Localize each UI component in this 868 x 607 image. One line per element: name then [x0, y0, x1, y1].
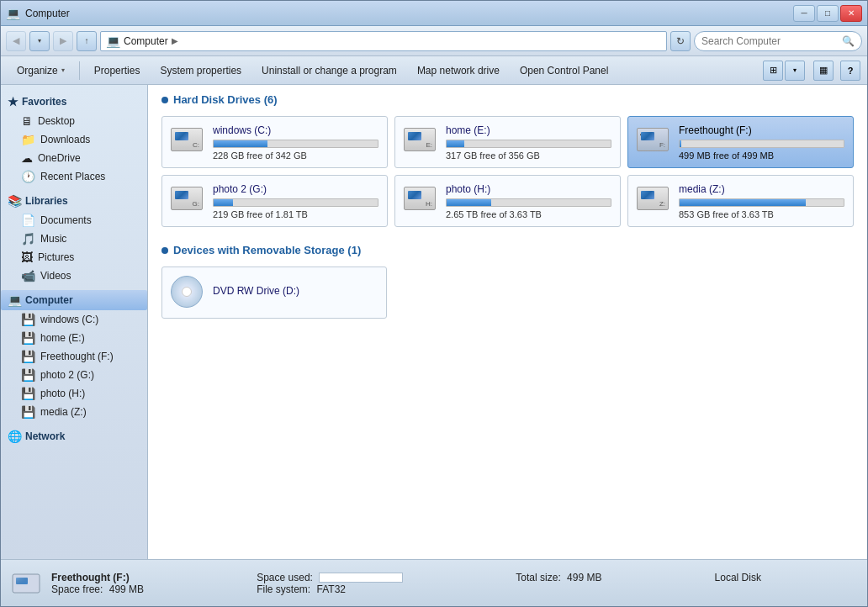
organize-button[interactable]: Organize ▾ — [8, 60, 74, 82]
address-path[interactable]: 💻 Computer ▶ — [100, 31, 667, 51]
drive-item-photo2-g[interactable]: G: photo 2 (G:) 219 GB free of 1.81 TB — [161, 175, 388, 227]
drive-item-media-z[interactable]: Z: media (Z:) 853 GB free of 3.63 TB — [627, 175, 854, 227]
forward-button[interactable]: ▶ — [53, 31, 73, 51]
status-filesystem-row: File system: FAT32 — [257, 583, 499, 595]
sidebar-item-media-z[interactable]: 💾 media (Z:) — [1, 403, 147, 421]
freethought-f-icon: 💾 — [21, 350, 35, 363]
sidebar-item-onedrive[interactable]: ☁ OneDrive — [1, 149, 147, 167]
drive-icon-media-z: Z: — [637, 187, 670, 215]
drive-item-freethought-f[interactable]: ✓ F: Freethought (F:) 499 MB free of 499… — [627, 116, 854, 168]
drive-info-freethought-f: Freethought (F:) 499 MB free of 499 MB — [679, 124, 844, 161]
drive-bar-photo2-g — [214, 199, 233, 206]
close-button[interactable]: ✕ — [840, 5, 862, 22]
map-network-button[interactable]: Map network drive — [408, 60, 509, 82]
drive-bar-freethought-f — [680, 140, 681, 147]
status-space-used-row: Space used: — [257, 572, 499, 583]
properties-button[interactable]: Properties — [85, 60, 150, 82]
view-icons: ⊞ ▾ ▦ ? — [763, 61, 860, 81]
dropdown-button[interactable]: ▾ — [29, 31, 50, 51]
sidebar-item-documents[interactable]: 📄 Documents — [1, 211, 147, 230]
drive-bar-container-freethought-f — [679, 140, 844, 148]
window-icon: 💻 — [6, 7, 20, 20]
status-space-free-row: Space free: 499 MB — [51, 583, 240, 595]
drive-free-photo-h: 2.65 TB free of 3.63 TB — [446, 209, 611, 219]
sidebar-item-freethought-f[interactable]: 💾 Freethought (F:) — [1, 347, 147, 366]
drive-bar-container-windows-c — [213, 140, 378, 148]
search-input[interactable] — [701, 35, 839, 47]
main-window: 💻 Computer ─ □ ✕ ◀ ▾ ▶ ↑ 💻 Computer ▶ ↻ … — [0, 0, 868, 607]
drives-grid: C: windows (C:) 228 GB free of 342 GB — [161, 116, 854, 227]
up-button[interactable]: ↑ — [77, 31, 97, 51]
network-header[interactable]: 🌐 Network — [1, 426, 147, 446]
drive-item-photo-h[interactable]: H: photo (H:) 2.65 TB free of 3.63 TB — [394, 175, 621, 227]
photo-h-icon: 💾 — [21, 387, 35, 400]
status-filesystem-value: FAT32 — [317, 583, 346, 595]
sidebar-item-downloads[interactable]: 📁 Downloads — [1, 130, 147, 149]
sidebar-item-windows-c[interactable]: 💾 windows (C:) — [1, 310, 147, 329]
drive-name-windows-c: windows (C:) — [213, 124, 378, 136]
status-bar: Freethought (F:) Space used: Total size:… — [1, 559, 867, 606]
organize-arrow: ▾ — [61, 66, 65, 74]
recent-places-icon: 🕐 — [21, 170, 35, 183]
favorites-section: ★ Favorites 🖥 Desktop 📁 Downloads ☁ OneD… — [1, 92, 147, 186]
minimize-button[interactable]: ─ — [793, 5, 815, 22]
computer-header[interactable]: 💻 Computer — [1, 290, 147, 310]
drive-icon-freethought-f: ✓ F: — [637, 128, 670, 156]
content-panel: Hard Disk Drives (6) C: windows (C:) — [148, 85, 867, 559]
view-toggle-button[interactable]: ⊞ — [763, 61, 783, 81]
drive-bar-media-z — [680, 199, 806, 206]
drive-bar-home-e — [447, 140, 464, 147]
drive-item-dvd-d[interactable]: DVD RW Drive (D:) — [161, 267, 387, 319]
removable-section-label: Devices with Removable Storage (1) — [161, 244, 854, 256]
sidebar-item-recent-places[interactable]: 🕐 Recent Places — [1, 167, 147, 186]
sidebar-item-videos[interactable]: 📹 Videos — [1, 267, 147, 285]
drive-info-windows-c: windows (C:) 228 GB free of 342 GB — [213, 124, 378, 161]
preview-pane-button[interactable]: ▦ — [813, 61, 834, 81]
drive-free-media-z: 853 GB free of 3.63 TB — [679, 209, 844, 219]
sidebar-item-photo-h[interactable]: 💾 photo (H:) — [1, 384, 147, 403]
computer-section-icon: 💻 — [8, 293, 22, 307]
drive-item-home-e[interactable]: E: home (E:) 317 GB free of 356 GB — [394, 116, 621, 168]
help-button[interactable]: ? — [840, 61, 860, 81]
drive-info-photo-h: photo (H:) 2.65 TB free of 3.63 TB — [446, 183, 611, 219]
path-root: Computer — [124, 35, 168, 47]
status-bar-visual — [319, 572, 403, 583]
windows-c-icon: 💾 — [21, 313, 35, 326]
favorites-header[interactable]: ★ Favorites — [1, 92, 147, 112]
sidebar-item-pictures[interactable]: 🖼 Pictures — [1, 248, 147, 267]
drive-icon-photo-h: H: — [404, 187, 437, 215]
sidebar-item-photo2-g[interactable]: 💾 photo 2 (G:) — [1, 366, 147, 384]
view-dropdown-button[interactable]: ▾ — [785, 61, 805, 81]
drive-item-windows-c[interactable]: C: windows (C:) 228 GB free of 342 GB — [161, 116, 388, 168]
computer-section: 💻 Computer 💾 windows (C:) 💾 home (E:) 💾 … — [1, 290, 147, 421]
system-properties-button[interactable]: System properties — [151, 60, 251, 82]
music-icon: 🎵 — [21, 232, 35, 245]
desktop-icon: 🖥 — [21, 114, 33, 128]
maximize-button[interactable]: □ — [817, 5, 839, 22]
sidebar-item-home-e[interactable]: 💾 home (E:) — [1, 329, 147, 347]
pictures-icon: 🖼 — [21, 251, 33, 264]
favorites-star-icon: ★ — [8, 95, 19, 108]
window-title: Computer — [25, 8, 70, 19]
libraries-header[interactable]: 📚 Libraries — [1, 191, 147, 211]
back-button[interactable]: ◀ — [6, 31, 26, 51]
drive-bar-container-photo2-g — [213, 198, 378, 207]
drive-info-dvd-d: DVD RW Drive (D:) — [213, 285, 378, 300]
uninstall-button[interactable]: Uninstall or change a program — [252, 60, 406, 82]
control-panel-button[interactable]: Open Control Panel — [511, 60, 617, 82]
libraries-section: 📚 Libraries 📄 Documents 🎵 Music 🖼 Pictur… — [1, 191, 147, 285]
status-total-size-value: 499 MB — [567, 572, 601, 583]
refresh-button[interactable]: ↻ — [670, 31, 691, 51]
sidebar: ★ Favorites 🖥 Desktop 📁 Downloads ☁ OneD… — [1, 85, 148, 559]
status-drive-name: Freethought (F:) — [51, 572, 240, 583]
sidebar-item-desktop[interactable]: 🖥 Desktop — [1, 112, 147, 130]
network-section: 🌐 Network — [1, 426, 147, 446]
sidebar-item-music[interactable]: 🎵 Music — [1, 230, 147, 248]
search-box[interactable]: 🔍 — [694, 31, 862, 51]
drive-name-media-z: media (Z:) — [679, 183, 844, 195]
drive-bar-windows-c — [214, 140, 267, 147]
removable-grid: DVD RW Drive (D:) — [161, 267, 854, 319]
dvd-icon — [171, 276, 204, 309]
status-total-size-row: Total size: 499 MB — [516, 572, 697, 583]
drive-bar-photo-h — [447, 199, 491, 206]
